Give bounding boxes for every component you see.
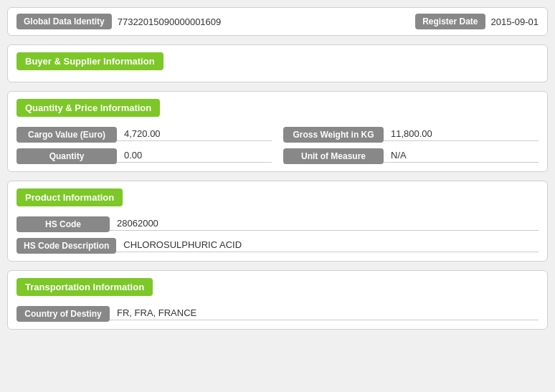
quantity-label: Quantity [16, 148, 117, 164]
country-destiny-row: Country of Destiny FR, FRA, FRANCE [16, 306, 539, 322]
product-card: Product Information HS Code 28062000 HS … [7, 181, 548, 262]
hs-code-desc-label: HS Code Description [16, 238, 116, 254]
unit-of-measure-label: Unit of Measure [283, 148, 384, 164]
hs-code-label: HS Code [16, 216, 110, 232]
country-destiny-label: Country of Destiny [16, 306, 110, 322]
cargo-value-row: Cargo Value (Euro) 4,720.00 [16, 127, 272, 143]
unit-of-measure-value: N/A [384, 150, 539, 163]
gross-weight-label: Gross Weight in KG [283, 127, 384, 143]
global-data-identity-label: Global Data Identity [16, 14, 112, 29]
transportation-card: Transportation Information Country of De… [7, 270, 548, 330]
quantity-row: Quantity 0.00 [16, 148, 272, 164]
buyer-supplier-card: Buyer & Supplier Information [7, 44, 548, 82]
hs-code-desc-value: CHLOROSULPHURIC ACID [116, 239, 539, 252]
cargo-value: 4,720.00 [117, 128, 272, 141]
register-date-label: Register Date [415, 14, 485, 29]
product-header: Product Information [16, 188, 123, 206]
gross-weight-value: 11,800.00 [384, 128, 539, 141]
global-data-identity-value: 77322015090000001609 [118, 16, 409, 27]
unit-of-measure-row: Unit of Measure N/A [283, 148, 539, 164]
register-date-value: 2015-09-01 [491, 16, 539, 27]
hs-code-desc-row: HS Code Description CHLOROSULPHURIC ACID [16, 238, 539, 254]
cargo-value-label: Cargo Value (Euro) [16, 127, 117, 143]
hs-code-row: HS Code 28062000 [16, 216, 539, 232]
quantity-value: 0.00 [117, 150, 272, 163]
buyer-supplier-header: Buyer & Supplier Information [16, 52, 163, 70]
quantity-price-card: Quantity & Price Information Cargo Value… [7, 91, 548, 172]
top-card: Global Data Identity 7732201509000000160… [7, 7, 548, 36]
quantity-price-header: Quantity & Price Information [16, 99, 160, 117]
gross-weight-row: Gross Weight in KG 11,800.00 [283, 127, 539, 143]
hs-code-value: 28062000 [110, 218, 539, 231]
country-destiny-value: FR, FRA, FRANCE [110, 307, 539, 320]
transportation-header: Transportation Information [16, 278, 153, 296]
